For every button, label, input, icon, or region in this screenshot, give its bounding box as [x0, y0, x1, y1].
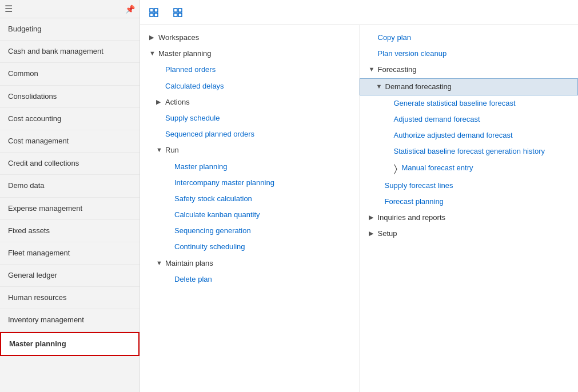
- sidebar-item-master-planning[interactable]: Master planning: [0, 332, 139, 356]
- tree-item-label: Authorize adjusted demand forecast: [394, 130, 513, 141]
- tree-item-inquiries-reports[interactable]: ▶Inquiries and reports: [360, 210, 579, 226]
- tree-item-label: Supply forecast lines: [385, 181, 453, 191]
- tree-item-actions[interactable]: ▶Actions: [140, 94, 359, 110]
- svg-rect-7: [178, 13, 182, 17]
- sidebar: ☰ 📌 BudgetingCash and bank managementCom…: [0, 0, 140, 392]
- tree-right-column: ▶Copy plan▶Plan version cleanup▼Forecast…: [359, 25, 579, 392]
- chevron-down-icon: ▼: [156, 259, 163, 266]
- expand-all-button[interactable]: [149, 8, 162, 17]
- svg-rect-1: [154, 9, 158, 12]
- tree-item-label: Plan version cleanup: [378, 49, 447, 59]
- sidebar-item-general-ledger[interactable]: General ledger: [0, 265, 139, 287]
- tree-item-label: Demand forecasting: [385, 82, 452, 92]
- tree-item-gen-stat-baseline[interactable]: ▶Generate statistical baseline forecast: [360, 95, 579, 111]
- sidebar-item-credit-collections[interactable]: Credit and collections: [0, 153, 139, 175]
- tree-item-run[interactable]: ▼Run: [140, 142, 359, 158]
- tree-item-label: Manual forecast entry: [402, 163, 473, 173]
- tree-item-authorize-adjusted[interactable]: ▶Authorize adjusted demand forecast: [360, 127, 579, 143]
- tree-item-continuity[interactable]: ▶Continuity scheduling: [140, 239, 359, 255]
- sidebar-item-cash-bank[interactable]: Cash and bank management: [0, 41, 139, 63]
- chevron-down-icon: ▼: [369, 66, 376, 73]
- pin-icon[interactable]: 📌: [125, 5, 135, 14]
- tree-item-label: Actions: [165, 97, 190, 107]
- tree-item-label: Setup: [378, 229, 397, 239]
- tree-item-label: Forecasting: [378, 65, 417, 75]
- tree-item-forecasting[interactable]: ▼Forecasting: [360, 62, 579, 78]
- svg-rect-2: [150, 13, 153, 17]
- tree-item-copy-plan[interactable]: ▶Copy plan: [360, 30, 579, 46]
- tree-area: ▶Workspaces▼Master planning▶Planned orde…: [140, 25, 578, 392]
- tree-item-label: Supply schedule: [165, 113, 220, 123]
- tree-item-adjusted-demand[interactable]: ▶Adjusted demand forecast: [360, 111, 579, 127]
- tree-item-label: Calculated delays: [165, 81, 224, 91]
- tree-item-kanban-quantity[interactable]: ▶Calculate kanban quantity: [140, 207, 359, 223]
- tree-item-label: Master planning: [158, 49, 212, 59]
- chevron-right-icon: ▶: [369, 230, 376, 237]
- toolbar: [140, 0, 578, 25]
- main-content: ▶Workspaces▼Master planning▶Planned orde…: [140, 0, 578, 392]
- chevron-right-icon: ▶: [369, 214, 376, 221]
- tree-item-label: Maintain plans: [165, 258, 213, 269]
- tree-item-label: Continuity scheduling: [174, 242, 245, 252]
- tree-item-workspaces[interactable]: ▶Workspaces: [140, 30, 359, 46]
- sidebar-item-human-resources[interactable]: Human resources: [0, 287, 139, 309]
- tree-item-label: Sequenced planned orders: [165, 129, 254, 139]
- tree-item-master-planning[interactable]: ▼Master planning: [140, 46, 359, 62]
- sidebar-item-demo-data[interactable]: Demo data: [0, 175, 139, 197]
- tree-item-label: Safety stock calculation: [174, 194, 252, 204]
- tree-item-forecast-planning[interactable]: ▶Forecast planning: [360, 194, 579, 210]
- sidebar-item-expense-management[interactable]: Expense management: [0, 198, 139, 220]
- tree-item-sequenced-planned-orders[interactable]: ▶Sequenced planned orders: [140, 126, 359, 142]
- sidebar-item-fleet-management[interactable]: Fleet management: [0, 242, 139, 265]
- tree-item-label: Inquiries and reports: [378, 213, 446, 223]
- tree-item-plan-version-cleanup[interactable]: ▶Plan version cleanup: [360, 46, 579, 62]
- tree-item-manual-forecast[interactable]: ▶〉Manual forecast entry: [360, 160, 579, 178]
- cursor-icon: 〉: [394, 163, 397, 175]
- tree-item-supply-forecast-lines[interactable]: ▶Supply forecast lines: [360, 178, 579, 194]
- chevron-down-icon: ▼: [149, 50, 156, 57]
- tree-item-label: Copy plan: [378, 33, 412, 43]
- sidebar-list: BudgetingCash and bank managementCommonC…: [0, 18, 139, 392]
- chevron-down-icon: ▼: [156, 146, 163, 153]
- tree-item-label: Generate statistical baseline forecast: [394, 98, 516, 109]
- sidebar-item-inventory-management[interactable]: Inventory management: [0, 309, 139, 331]
- expand-all-icon: [149, 8, 158, 17]
- sidebar-header: ☰ 📌: [0, 0, 139, 18]
- tree-item-planned-orders[interactable]: ▶Planned orders: [140, 62, 359, 78]
- tree-item-label: Statistical baseline forecast generation…: [394, 146, 545, 157]
- collapse-all-button[interactable]: [173, 8, 186, 17]
- tree-item-label: Planned orders: [165, 65, 216, 75]
- tree-item-label: Intercompany master planning: [174, 178, 274, 188]
- tree-item-label: Run: [165, 145, 179, 155]
- tree-item-intercompany[interactable]: ▶Intercompany master planning: [140, 175, 359, 191]
- svg-rect-4: [174, 9, 177, 12]
- svg-rect-5: [178, 9, 182, 12]
- tree-item-label: Sequencing generation: [174, 226, 251, 236]
- tree-item-setup[interactable]: ▶Setup: [360, 226, 579, 242]
- hamburger-icon[interactable]: ☰: [5, 3, 13, 14]
- tree-item-delete-plan[interactable]: ▶Delete plan: [140, 271, 359, 287]
- tree-item-maintain-plans[interactable]: ▼Maintain plans: [140, 255, 359, 271]
- tree-item-label: Forecast planning: [385, 197, 444, 207]
- tree-item-supply-schedule[interactable]: ▶Supply schedule: [140, 110, 359, 126]
- sidebar-item-fixed-assets[interactable]: Fixed assets: [0, 220, 139, 242]
- svg-rect-3: [154, 13, 158, 17]
- sidebar-item-cost-management[interactable]: Cost management: [0, 130, 139, 153]
- tree-item-safety-stock[interactable]: ▶Safety stock calculation: [140, 191, 359, 207]
- sidebar-item-common[interactable]: Common: [0, 63, 139, 85]
- collapse-all-icon: [173, 8, 182, 17]
- tree-item-demand-forecasting[interactable]: ▼Demand forecasting: [360, 78, 579, 95]
- tree-item-label: Adjusted demand forecast: [394, 114, 480, 125]
- tree-item-label: Calculate kanban quantity: [174, 210, 260, 220]
- chevron-right-icon: ▶: [156, 98, 163, 106]
- sidebar-item-cost-accounting[interactable]: Cost accounting: [0, 108, 139, 130]
- tree-item-stat-baseline-history[interactable]: ▶Statistical baseline forecast generatio…: [360, 143, 579, 159]
- tree-item-sequencing-gen[interactable]: ▶Sequencing generation: [140, 223, 359, 239]
- tree-item-master-planning-run[interactable]: ▶Master planning: [140, 159, 359, 175]
- sidebar-item-budgeting[interactable]: Budgeting: [0, 18, 139, 41]
- chevron-right-icon: ▶: [149, 34, 156, 41]
- tree-item-calculated-delays[interactable]: ▶Calculated delays: [140, 78, 359, 94]
- tree-left-column: ▶Workspaces▼Master planning▶Planned orde…: [140, 25, 359, 392]
- sidebar-item-consolidations[interactable]: Consolidations: [0, 86, 139, 108]
- chevron-down-icon: ▼: [376, 83, 383, 90]
